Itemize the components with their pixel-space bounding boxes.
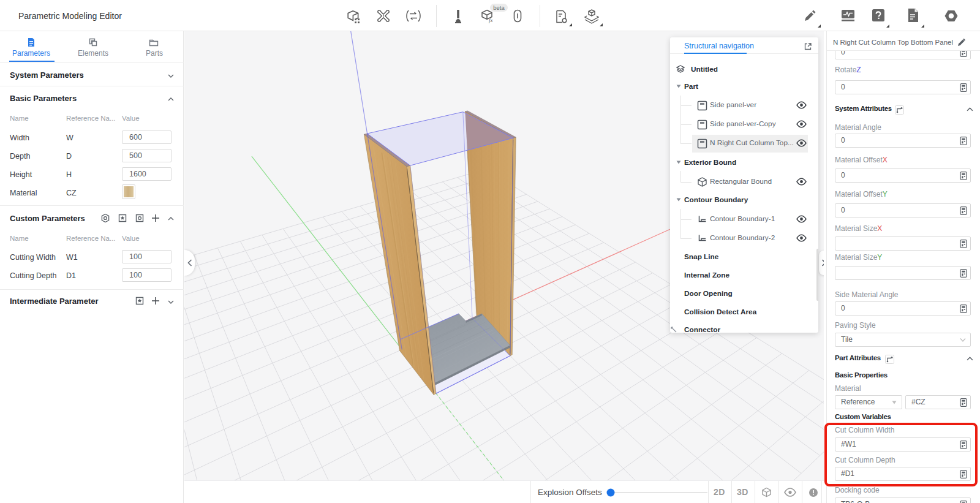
svg-text:fx: fx bbox=[489, 17, 493, 23]
